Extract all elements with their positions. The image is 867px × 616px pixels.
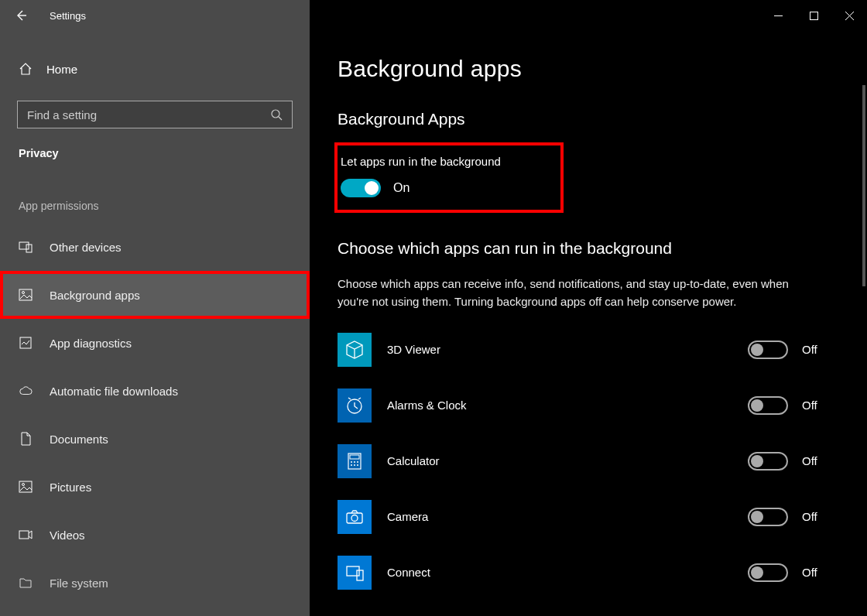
- app-name: Connect: [387, 566, 748, 579]
- back-icon[interactable]: [14, 9, 28, 22]
- svg-rect-2: [19, 242, 29, 249]
- app-row-calculator: Calculator Off: [338, 444, 839, 478]
- sidebar-item-label: File system: [50, 577, 108, 590]
- master-toggle[interactable]: [341, 179, 381, 197]
- sidebar-item-label: App diagnostics: [50, 337, 132, 350]
- app-toggle-state: Off: [802, 343, 839, 356]
- sidebar-home[interactable]: Home: [0, 54, 310, 84]
- document-icon: [19, 432, 33, 446]
- app-toggle-alarms-clock[interactable]: [748, 396, 788, 415]
- highlight-box: Let apps run in the background On: [334, 142, 564, 213]
- svg-rect-7: [19, 481, 32, 492]
- app-row-camera: Camera Off: [338, 500, 839, 534]
- svg-point-17: [354, 464, 355, 466]
- app-name: Camera: [387, 510, 748, 523]
- app-name: Calculator: [387, 454, 748, 467]
- sidebar-item-app-diagnostics[interactable]: App diagnostics: [0, 319, 310, 367]
- sidebar-item-label: Videos: [50, 529, 85, 542]
- app-toggle-camera[interactable]: [748, 508, 788, 526]
- svg-point-5: [22, 292, 25, 294]
- app-toggle-state: Off: [802, 566, 839, 579]
- image-icon: [19, 288, 33, 302]
- app-icon-camera: [338, 500, 372, 534]
- app-icon-connect: [338, 556, 372, 590]
- sidebar: Home Privacy App permissions Other devic…: [0, 31, 310, 616]
- sidebar-item-other-devices[interactable]: Other devices: [0, 223, 310, 271]
- section-background-apps-title: Background Apps: [338, 110, 839, 128]
- app-row-alarms-clock: Alarms & Clock Off: [338, 388, 839, 423]
- search-icon: [270, 108, 283, 121]
- app-toggle-state: Off: [802, 454, 839, 467]
- scrollbar[interactable]: [862, 85, 865, 286]
- window-title: Settings: [50, 10, 86, 22]
- toggle-knob: [365, 181, 379, 195]
- diagnostics-icon: [19, 336, 33, 350]
- sidebar-item-automatic-file-downloads[interactable]: Automatic file downloads: [0, 367, 310, 415]
- svg-point-18: [357, 464, 358, 466]
- app-icon-3d-viewer: [338, 333, 372, 367]
- sidebar-item-label: Background apps: [50, 289, 140, 302]
- app-icon-calculator: [338, 444, 372, 478]
- app-row-connect: Connect Off: [338, 556, 839, 590]
- app-name: 3D Viewer: [387, 343, 748, 356]
- app-icon-alarms-clock: [338, 388, 372, 423]
- sidebar-item-background-apps[interactable]: Background apps: [0, 271, 310, 319]
- svg-rect-4: [19, 289, 32, 300]
- section-choose-apps-title: Choose which apps can run in the backgro…: [338, 239, 839, 258]
- app-name: Alarms & Clock: [387, 399, 748, 412]
- close-button[interactable]: [831, 3, 867, 28]
- video-icon: [19, 528, 33, 542]
- sidebar-item-label: Documents: [50, 433, 108, 446]
- maximize-button[interactable]: [796, 3, 831, 28]
- app-row-3d-viewer: 3D Viewer Off: [338, 333, 839, 367]
- minimize-button[interactable]: [760, 3, 796, 28]
- app-toggle-state: Off: [802, 399, 839, 412]
- app-toggle-3d-viewer[interactable]: [748, 341, 788, 359]
- main-content: Background apps Background Apps Let apps…: [310, 31, 867, 616]
- app-toggle-state: Off: [802, 510, 839, 523]
- titlebar: Settings: [0, 0, 867, 31]
- svg-rect-12: [350, 455, 359, 459]
- svg-point-1: [272, 110, 279, 118]
- svg-rect-0: [810, 12, 817, 19]
- sidebar-item-pictures[interactable]: Pictures: [0, 463, 310, 511]
- svg-point-8: [22, 484, 25, 486]
- svg-point-20: [351, 515, 358, 521]
- sidebar-item-file-system[interactable]: File system: [0, 559, 310, 607]
- sidebar-item-label: Pictures: [50, 481, 91, 494]
- master-toggle-state: On: [393, 181, 410, 195]
- sidebar-item-documents[interactable]: Documents: [0, 415, 310, 463]
- svg-rect-6: [20, 337, 31, 348]
- svg-point-13: [351, 461, 352, 463]
- cloud-icon: [19, 384, 33, 398]
- sidebar-section-header: App permissions: [0, 166, 310, 223]
- svg-point-16: [351, 464, 352, 466]
- search-input-wrap[interactable]: [17, 101, 293, 128]
- devices-icon: [19, 240, 33, 254]
- image-icon: [19, 480, 33, 494]
- svg-point-14: [354, 461, 355, 463]
- svg-point-15: [357, 461, 358, 463]
- search-input[interactable]: [27, 108, 270, 121]
- svg-rect-9: [19, 531, 29, 539]
- sidebar-item-label: Automatic file downloads: [50, 385, 178, 398]
- titlebar-left: Settings: [0, 0, 310, 31]
- sidebar-item-label: Other devices: [50, 241, 122, 254]
- section-description: Choose which apps can receive info, send…: [338, 275, 794, 311]
- app-toggle-connect[interactable]: [748, 563, 788, 582]
- sidebar-category: Privacy: [0, 128, 310, 166]
- folder-icon: [19, 576, 33, 590]
- home-icon: [19, 62, 33, 76]
- window-controls: [310, 0, 867, 31]
- page-title: Background apps: [338, 56, 839, 82]
- app-toggle-calculator[interactable]: [748, 452, 788, 471]
- master-toggle-label: Let apps run in the background: [338, 155, 548, 168]
- sidebar-item-videos[interactable]: Videos: [0, 511, 310, 559]
- sidebar-home-label: Home: [46, 63, 77, 76]
